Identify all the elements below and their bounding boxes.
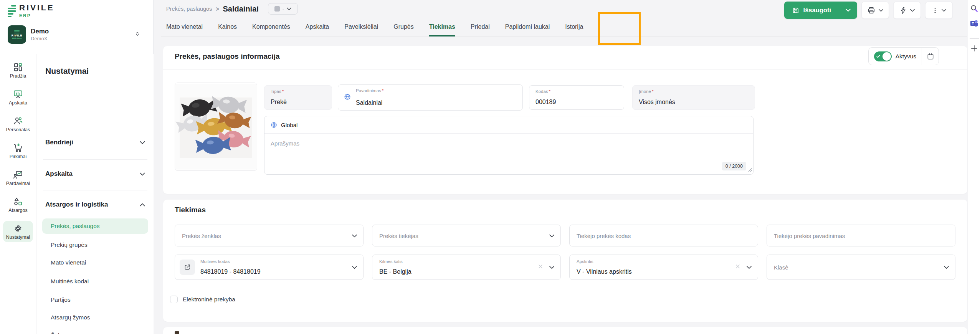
sidebar-section-atsargos-ir-logistika[interactable]: Atsargos ir logistika bbox=[45, 201, 145, 208]
chevron-down-icon bbox=[140, 172, 145, 176]
clear-icon[interactable] bbox=[537, 263, 544, 271]
calendar-icon bbox=[927, 53, 934, 60]
language-tab-global[interactable]: Global bbox=[264, 116, 753, 134]
tab-priedai[interactable]: Priedai bbox=[471, 17, 490, 36]
brand-product: ERP bbox=[19, 13, 55, 18]
rail-item-nustatymai[interactable]: Nustatymai bbox=[3, 221, 33, 242]
brand-select[interactable]: Prekės ženklas bbox=[175, 225, 364, 246]
chevron-down-icon bbox=[942, 9, 946, 12]
rail-item-personalas[interactable]: Personalas bbox=[3, 113, 33, 135]
header-actions: Išsaugoti bbox=[784, 2, 953, 19]
color-swatch bbox=[274, 6, 280, 12]
county-value: V - Vilniaus apskritis bbox=[577, 268, 632, 275]
char-counter: 0 / 2000 bbox=[722, 162, 746, 170]
sidebar-item-prekiu-grupes[interactable]: Prekių grupės bbox=[42, 237, 148, 253]
brand-logo[interactable]: RIVILE ERP bbox=[8, 3, 55, 18]
company-sort-icon bbox=[134, 30, 140, 39]
teams-button[interactable]: T bbox=[969, 18, 979, 28]
company-selector[interactable]: RIVILE ERP demo Demo DemoX bbox=[8, 22, 146, 47]
tab-istorija[interactable]: Istorija bbox=[565, 17, 583, 36]
sidebar-item-salys[interactable]: Šalys bbox=[42, 327, 148, 334]
rail-item-atsargos[interactable]: Atsargos bbox=[3, 194, 33, 215]
add-button[interactable] bbox=[969, 43, 979, 53]
print-button[interactable] bbox=[861, 2, 889, 19]
ecommerce-checkbox[interactable] bbox=[170, 296, 178, 303]
divider bbox=[163, 69, 967, 69]
sidebar-item-mato-vienetai[interactable]: Mato vienetai bbox=[42, 255, 148, 270]
origin-country-select[interactable]: Kilmės šalis BE - Belgija bbox=[372, 255, 561, 280]
type-field[interactable]: Tipas* Prekė bbox=[264, 85, 332, 110]
card-title: Tiekimas bbox=[175, 206, 206, 214]
tab-apskaita[interactable]: Apskaita bbox=[306, 17, 329, 36]
external-link-button[interactable] bbox=[180, 260, 195, 275]
clear-icon[interactable] bbox=[735, 263, 741, 271]
supplier-name-input[interactable]: Tiekėjo prekės pavadinimas bbox=[767, 225, 955, 246]
tab-kainos[interactable]: Kainos bbox=[218, 17, 237, 36]
more-actions-button[interactable] bbox=[925, 2, 953, 19]
chevron-up-icon bbox=[140, 203, 145, 207]
company-avatar: RIVILE ERP demo bbox=[8, 25, 26, 44]
check-icon bbox=[876, 54, 881, 59]
tab-tiekimas[interactable]: Tiekimas bbox=[429, 17, 455, 36]
rail-item-apskaita[interactable]: Apskaita bbox=[3, 86, 33, 108]
save-button[interactable]: Išsaugoti bbox=[784, 2, 857, 19]
tab-grupes[interactable]: Grupės bbox=[393, 17, 413, 36]
tab-paveiksleliai[interactable]: Paveikslėliai bbox=[344, 17, 378, 36]
company-field[interactable]: Įmonė* Visos įmonės bbox=[632, 85, 755, 110]
sidebar-item-muitines-kodai[interactable]: Muitinės kodai bbox=[42, 274, 148, 289]
rail-item-pradzia[interactable]: Pradžia bbox=[3, 60, 33, 81]
sidebar-section-apskaita[interactable]: Apskaita bbox=[45, 170, 145, 178]
tab-bar: Mato vienetai Kainos Komponentės Apskait… bbox=[161, 17, 967, 37]
rail-item-pardavimai[interactable]: Pardavimai bbox=[3, 167, 33, 188]
globe-icon bbox=[270, 121, 278, 129]
supplier-code-input[interactable]: Tiekėjo prekės kodas bbox=[569, 225, 758, 246]
chevron-down-icon bbox=[287, 7, 291, 10]
rail-item-pirkimai[interactable]: Pirkimai bbox=[3, 140, 33, 162]
brand-name: RIVILE bbox=[19, 3, 55, 12]
customs-code-select[interactable]: Muitinės kodas 84818019 - 84818019 bbox=[175, 255, 364, 280]
resize-handle-icon[interactable] bbox=[748, 167, 752, 174]
automation-button[interactable] bbox=[893, 2, 921, 19]
sidebar-section-bendrieji[interactable]: Bendrieji bbox=[45, 139, 145, 146]
save-icon bbox=[792, 7, 800, 14]
dashboard-icon bbox=[13, 62, 23, 72]
name-field[interactable]: Pavadinimas* Saldainiai bbox=[338, 84, 523, 111]
county-select[interactable]: Apskritis V - Vilniaus apskritis bbox=[569, 255, 758, 280]
cart-icon bbox=[13, 143, 23, 153]
browser-search-button[interactable] bbox=[969, 3, 979, 13]
variant-dropdown[interactable]: - bbox=[268, 3, 298, 15]
description-box: Global Aprašymas 0 / 2000 bbox=[264, 116, 754, 175]
description-footer: 0 / 2000 bbox=[264, 158, 753, 174]
active-toggle[interactable] bbox=[874, 51, 892, 61]
card-title: Prekės, paslaugos informacija bbox=[175, 52, 280, 61]
company-name: Demo bbox=[31, 28, 49, 35]
code-field[interactable]: Kodas* 000189 bbox=[529, 85, 624, 110]
svg-text:T: T bbox=[972, 21, 974, 25]
supplier-select[interactable]: Prekės tiekėjas bbox=[372, 225, 561, 246]
sidebar-item-prekes-paslaugos[interactable]: Prekės, paslaugos bbox=[42, 218, 148, 234]
class-select[interactable]: Klasė bbox=[767, 255, 955, 280]
sidebar-title: Nustatymai bbox=[45, 66, 89, 76]
kebab-menu-icon bbox=[932, 7, 939, 14]
sidebar-item-atsargu-zymos[interactable]: Atsargų žymos bbox=[42, 310, 148, 325]
sales-chart-icon bbox=[13, 170, 23, 180]
tab-papildomi-laukai[interactable]: Papildomi laukai bbox=[505, 17, 550, 36]
validity-calendar-button[interactable] bbox=[922, 47, 939, 65]
next-card-partial bbox=[163, 327, 967, 334]
save-dropdown-button[interactable] bbox=[839, 2, 857, 19]
shapes-icon bbox=[13, 197, 23, 207]
origin-country-value: BE - Belgija bbox=[379, 268, 412, 275]
description-input[interactable]: Aprašymas bbox=[271, 140, 299, 147]
tab-mato-vienetai[interactable]: Mato vienetai bbox=[166, 17, 203, 36]
tab-komponentes[interactable]: Komponentės bbox=[252, 17, 290, 36]
gear-icon bbox=[13, 223, 23, 233]
ecommerce-label: Elektroninė prekyba bbox=[183, 296, 235, 303]
printer-icon bbox=[867, 6, 876, 15]
breadcrumb-link[interactable]: Prekės, paslaugos bbox=[166, 6, 212, 12]
settings-sidebar: Nustatymai Bendrieji Apskaita Atsargos i… bbox=[37, 54, 154, 334]
product-image[interactable] bbox=[175, 83, 257, 171]
chevron-down-icon bbox=[944, 266, 949, 269]
sidebar-item-partijos[interactable]: Partijos bbox=[42, 292, 148, 308]
external-link-icon bbox=[184, 264, 191, 271]
chevron-down-icon bbox=[549, 266, 554, 269]
